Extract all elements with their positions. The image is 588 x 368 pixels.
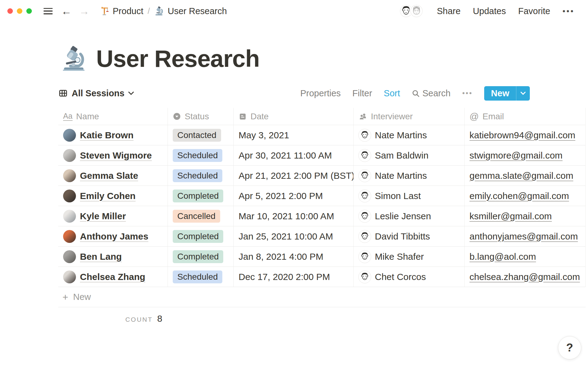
breadcrumb-item-product[interactable]: Product	[99, 6, 143, 16]
table-body: Katie Brown Contacted May 3, 2021 Nate M…	[58, 125, 586, 287]
table-row: Chelsea Zhang Scheduled Dec 17, 2020 2:0…	[58, 267, 586, 287]
interviewer-name: David Tibbitts	[375, 231, 430, 242]
email-cell[interactable]: chelsea.zhang@gmail.com	[465, 267, 586, 287]
new-row-button[interactable]: + New	[58, 287, 586, 307]
table-view-icon	[58, 89, 68, 98]
participant-name[interactable]: Katie Brown	[80, 130, 134, 140]
name-cell[interactable]: Emily Cohen	[58, 186, 168, 206]
email-value[interactable]: stwigmore@gmail.com	[469, 150, 563, 161]
email-cell[interactable]: stwigmore@gmail.com	[465, 145, 586, 165]
column-header-name[interactable]: Aa Name	[58, 108, 168, 125]
date-cell[interactable]: Apr 21, 2021 2:00 PM (BST)	[234, 166, 354, 186]
name-cell[interactable]: Kyle Miller	[58, 206, 168, 226]
traffic-lights	[7, 8, 32, 14]
close-window-icon[interactable]	[7, 8, 13, 14]
participant-name[interactable]: Kyle Miller	[80, 211, 126, 221]
name-cell[interactable]: Steven Wigmore	[58, 145, 168, 165]
participant-name[interactable]: Anthony James	[80, 231, 148, 242]
name-cell[interactable]: Ben Lang	[58, 247, 168, 266]
new-dropdown-icon[interactable]	[516, 86, 530, 101]
email-value[interactable]: emily.cohen@gmail.com	[469, 191, 569, 201]
view-switcher[interactable]: All Sessions	[58, 88, 134, 98]
email-cell[interactable]: katiebrown94@gmail.com	[465, 125, 586, 145]
collaborator-avatar[interactable]	[409, 4, 424, 18]
count-label: COUNT	[125, 316, 153, 323]
email-value[interactable]: ksmiller@gmail.com	[469, 211, 552, 221]
minimize-window-icon[interactable]	[17, 8, 22, 14]
date-cell[interactable]: Dec 17, 2020 2:00 PM	[234, 267, 354, 287]
sort-button[interactable]: Sort	[384, 88, 400, 98]
interviewer-cell[interactable]: Chet Corcos	[354, 267, 465, 287]
email-value[interactable]: anthonyjames@gmail.com	[469, 231, 578, 242]
email-value[interactable]: b.lang@aol.com	[469, 251, 536, 262]
filter-button[interactable]: Filter	[352, 88, 372, 98]
share-button[interactable]: Share	[437, 6, 461, 16]
calendar-icon	[239, 112, 247, 121]
status-cell[interactable]: Scheduled	[168, 267, 234, 287]
participant-name[interactable]: Emily Cohen	[80, 191, 136, 201]
email-cell[interactable]: ksmiller@gmail.com	[465, 206, 586, 226]
column-header-interviewer[interactable]: Interviewer	[354, 108, 465, 125]
name-cell[interactable]: Anthony James	[58, 226, 168, 246]
status-cell[interactable]: Cancelled	[168, 206, 234, 226]
name-cell[interactable]: Chelsea Zhang	[58, 267, 168, 287]
date-cell[interactable]: May 3, 2021	[234, 125, 354, 145]
page-title[interactable]: User Research	[96, 45, 259, 73]
updates-button[interactable]: Updates	[473, 6, 506, 16]
table-row: Emily Cohen Completed Apr 5, 2021 2:00 P…	[58, 186, 586, 206]
participant-name[interactable]: Gemma Slate	[80, 171, 138, 181]
date-cell[interactable]: Jan 8, 2021 4:00 PM	[234, 247, 354, 266]
sketch-face-icon	[360, 231, 370, 242]
topbar-actions: Share Updates Favorite •••	[399, 4, 588, 18]
column-header-status[interactable]: Status	[168, 108, 234, 125]
favorite-button[interactable]: Favorite	[518, 6, 550, 16]
status-badge: Scheduled	[173, 149, 222, 162]
email-value[interactable]: katiebrown94@gmail.com	[469, 130, 575, 140]
status-cell[interactable]: Completed	[168, 226, 234, 246]
search-button[interactable]: Search	[412, 88, 450, 98]
status-cell[interactable]: Scheduled	[168, 145, 234, 165]
person-icon	[359, 112, 367, 121]
properties-button[interactable]: Properties	[300, 88, 341, 98]
interviewer-cell[interactable]: Nate Martins	[354, 125, 465, 145]
name-cell[interactable]: Katie Brown	[58, 125, 168, 145]
name-cell[interactable]: Gemma Slate	[58, 166, 168, 186]
zoom-window-icon[interactable]	[26, 8, 32, 14]
column-header-email[interactable]: @ Email	[465, 108, 586, 125]
date-cell[interactable]: Mar 10, 2021 10:00 AM	[234, 206, 354, 226]
sketch-face-icon	[360, 211, 370, 221]
date-cell[interactable]: Jan 25, 2021 10:00 AM	[234, 226, 354, 246]
interviewer-cell[interactable]: David Tibbitts	[354, 226, 465, 246]
status-cell[interactable]: Completed	[168, 186, 234, 206]
more-options-icon[interactable]: •••	[563, 6, 575, 16]
participant-name[interactable]: Ben Lang	[80, 251, 122, 262]
participant-name[interactable]: Chelsea Zhang	[80, 272, 145, 282]
status-cell[interactable]: Completed	[168, 247, 234, 266]
interviewer-cell[interactable]: Mike Shafer	[354, 247, 465, 266]
date-cell[interactable]: Apr 5, 2021 2:00 PM	[234, 186, 354, 206]
column-header-date[interactable]: Date	[234, 108, 354, 125]
breadcrumb-item-user-research[interactable]: User Research	[154, 6, 227, 16]
email-cell[interactable]: gemma.slate@gmail.com	[465, 166, 586, 186]
status-cell[interactable]: Contacted	[168, 125, 234, 145]
help-button[interactable]: ?	[558, 336, 581, 359]
back-icon[interactable]: ←	[61, 6, 72, 16]
forward-icon[interactable]: →	[79, 6, 89, 16]
interviewer-cell[interactable]: Nate Martins	[354, 166, 465, 186]
view-more-icon[interactable]: •••	[462, 89, 473, 98]
participant-name[interactable]: Steven Wigmore	[80, 150, 152, 161]
interviewer-cell[interactable]: Leslie Jensen	[354, 206, 465, 226]
interviewer-cell[interactable]: Sam Baldwin	[354, 145, 465, 165]
email-cell[interactable]: anthonyjames@gmail.com	[465, 226, 586, 246]
sidebar-menu-icon[interactable]	[43, 8, 53, 14]
email-value[interactable]: chelsea.zhang@gmail.com	[469, 272, 580, 282]
email-cell[interactable]: emily.cohen@gmail.com	[465, 186, 586, 206]
email-cell[interactable]: b.lang@aol.com	[465, 247, 586, 266]
interviewer-cell[interactable]: Simon Last	[354, 186, 465, 206]
count-footer[interactable]: COUNT 8	[58, 313, 162, 324]
date-cell[interactable]: Apr 30, 2021 11:00 AM	[234, 145, 354, 165]
email-value[interactable]: gemma.slate@gmail.com	[469, 171, 573, 181]
interviewer-avatar	[359, 271, 371, 283]
status-cell[interactable]: Scheduled	[168, 166, 234, 186]
new-button[interactable]: New	[484, 86, 516, 101]
